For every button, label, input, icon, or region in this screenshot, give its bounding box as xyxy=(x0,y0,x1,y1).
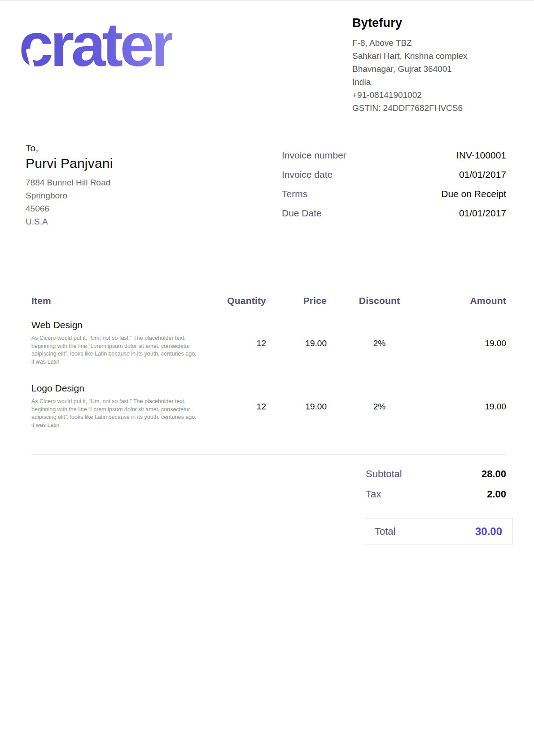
col-header-price: Price xyxy=(266,295,327,312)
meta-row-terms: Terms Due on Receipt xyxy=(282,189,506,199)
item-discount: 2% xyxy=(327,376,432,439)
total-value: 30.00 xyxy=(475,525,502,538)
terms-value: Due on Receipt xyxy=(441,189,506,199)
col-header-quantity: Quantity xyxy=(212,295,266,312)
customer-address-line: 7884 Bunnel Hill Road xyxy=(26,176,113,189)
item-name: Logo Design xyxy=(31,383,199,394)
total-label: Total xyxy=(375,526,395,537)
invoice-meta: Invoice number INV-100001 Invoice date 0… xyxy=(282,150,506,228)
bill-to-label: To, xyxy=(26,143,113,154)
tax-label: Tax xyxy=(366,488,381,500)
subtotal-row: Subtotal 28.00 xyxy=(366,468,506,480)
invoice-date-label: Invoice date xyxy=(282,169,333,180)
tax-row: Tax 2.00 xyxy=(366,488,506,500)
subtotal-value: 28.00 xyxy=(481,468,506,480)
company-info: Bytefury F-8, Above TBZ Sahkari Hart, Kr… xyxy=(352,16,514,114)
logo-stencil-cut xyxy=(179,59,189,81)
item-discount: 2% xyxy=(327,312,432,376)
item-amount: 19.00 xyxy=(432,312,506,376)
items-table: Item Quantity Price Discount Amount Web … xyxy=(31,295,506,439)
item-quantity: 12 xyxy=(212,376,266,439)
meta-row-due-date: Due Date 01/01/2017 xyxy=(282,208,506,219)
customer-name: Purvi Panjvani xyxy=(26,156,113,171)
company-address-line: Sahkari Hart, Krishna complex xyxy=(352,49,514,62)
item-description: As Cicero would put it, “Um, not so fast… xyxy=(31,334,199,366)
item-amount: 19.00 xyxy=(432,376,506,439)
customer-address-line: U.S.A xyxy=(26,215,113,228)
col-header-discount: Discount xyxy=(327,295,432,312)
col-header-amount: Amount xyxy=(432,295,506,312)
company-name: Bytefury xyxy=(352,16,514,30)
items-section: Item Quantity Price Discount Amount Web … xyxy=(0,295,534,455)
invoice-date-value: 01/01/2017 xyxy=(459,169,506,180)
company-gstin: GSTIN: 24DDF7682FHVCS6 xyxy=(352,101,514,114)
tax-value: 2.00 xyxy=(487,488,506,500)
due-date-label: Due Date xyxy=(282,208,322,219)
item-price: 19.00 xyxy=(266,312,327,376)
invoice-number-label: Invoice number xyxy=(282,150,346,161)
item-description: As Cicero would put it, “Um, not so fast… xyxy=(31,398,199,429)
total-box: Total 30.00 xyxy=(365,518,513,545)
invoice-page: crater Bytefury F-8, Above TBZ Sahkari H… xyxy=(0,0,534,756)
col-header-item: Item xyxy=(31,295,212,312)
item-row: Logo Design As Cicero would put it, “Um,… xyxy=(31,376,506,439)
customer-address-line: Springboro xyxy=(26,189,113,202)
company-address-line: F-8, Above TBZ xyxy=(352,36,514,49)
parties-section: To, Purvi Panjvani 7884 Bunnel Hill Road… xyxy=(0,121,534,228)
item-quantity: 12 xyxy=(212,312,266,376)
crater-logo: crater xyxy=(19,13,172,75)
invoice-number-value: INV-100001 xyxy=(456,150,506,161)
items-table-header-row: Item Quantity Price Discount Amount xyxy=(31,295,506,312)
due-date-value: 01/01/2017 xyxy=(459,208,506,219)
table-bottom-divider xyxy=(31,454,506,455)
meta-row-invoice-date: Invoice date 01/01/2017 xyxy=(282,169,506,180)
subtotal-label: Subtotal xyxy=(366,468,402,480)
item-name: Web Design xyxy=(31,320,199,330)
company-address-line: India xyxy=(352,75,514,88)
customer-address-line: 45066 xyxy=(26,202,113,215)
meta-row-invoice-number: Invoice number INV-100001 xyxy=(282,150,506,161)
terms-label: Terms xyxy=(282,189,307,199)
item-price: 19.00 xyxy=(266,376,327,439)
item-row: Web Design As Cicero would put it, “Um, … xyxy=(31,312,506,376)
invoice-header: crater Bytefury F-8, Above TBZ Sahkari H… xyxy=(0,0,534,121)
company-phone: +91-08141901002 xyxy=(352,88,514,101)
totals-section: Subtotal 28.00 Tax 2.00 Total 30.00 xyxy=(0,468,534,545)
company-address-line: Bhavnagar, Gujrat 364001 xyxy=(352,62,514,75)
bill-to-block: To, Purvi Panjvani 7884 Bunnel Hill Road… xyxy=(26,143,113,228)
